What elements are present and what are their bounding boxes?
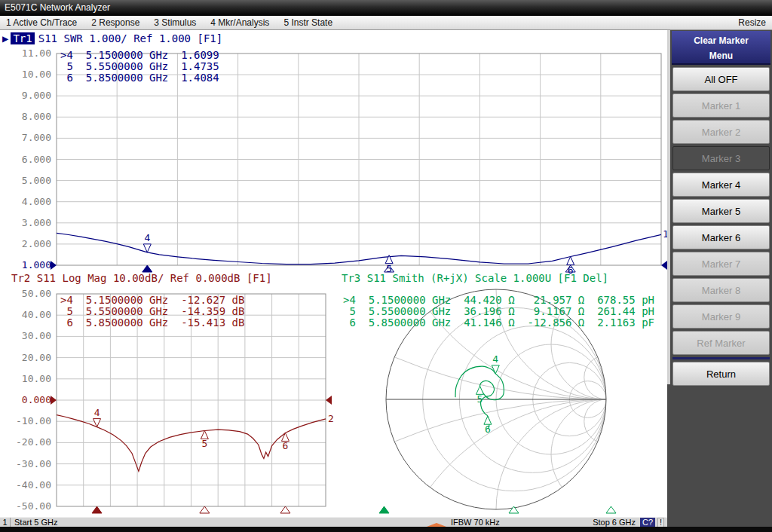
reference-arrow-left (51, 261, 57, 270)
trace1-badge: Tr1 (11, 32, 34, 44)
y-axis-label: 40.00 (5, 309, 51, 320)
y-axis-label: 11.00 (5, 47, 51, 59)
y-axis-label: -20.00 (5, 436, 51, 448)
sidebar-button-all-off[interactable]: All OFF (672, 67, 770, 91)
trace-marker[interactable] (143, 244, 151, 252)
menu-item-resize[interactable]: Resize (738, 17, 766, 28)
softkey-menu-title-line2: Menu (672, 48, 770, 63)
y-axis-label: 9.000 (5, 90, 51, 101)
y-axis-label: 7.000 (5, 132, 51, 143)
y-axis-label: 10.00 (5, 69, 51, 80)
sidebar-button-return[interactable]: Return (672, 362, 770, 386)
reference-arrow-right (661, 261, 667, 270)
reference-arrow-right (326, 396, 332, 405)
sidebar-button-marker-6[interactable]: Marker 6 (672, 225, 770, 249)
marker-readout-row: >4 5.1500000 GHz 44.420 Ω 21.957 Ω 678.5… (343, 295, 654, 306)
y-axis-label: 0.000 (5, 394, 51, 405)
sidebar-button-marker-7: Marker 7 (672, 252, 770, 276)
sidebar-button-marker-9: Marker 9 (672, 304, 770, 329)
trace2-end-label: 2 (328, 413, 334, 424)
y-axis-label: 50.00 (5, 288, 51, 299)
trace1-header[interactable]: ▶Tr1S11 SWR 1.000/ Ref 1.000 [F1] (2, 32, 222, 44)
trace1-title: S11 SWR 1.000/ Ref 1.000 [F1] (38, 32, 222, 44)
trace3-name: Tr3 (342, 272, 360, 284)
trace-marker-number: 5 (201, 438, 207, 449)
status-bar: 1 Start 5 GHz IFBW 70 kHz Stop 6 GHz C? … (0, 517, 667, 527)
y-axis-label: 5.000 (5, 175, 51, 186)
marker-readout-row: 5 5.5500000 GHz 1.4735 (60, 61, 219, 72)
marker-readout-row: 6 5.8500000 GHz 1.4084 (60, 72, 219, 84)
y-axis-label: 20.00 (5, 352, 51, 363)
sidebar-button-ref-marker: Ref Marker (672, 331, 770, 355)
trace-marker-number: 4 (144, 232, 150, 243)
marker-readout-row: >4 5.1500000 GHz -12.627 dB (60, 295, 244, 306)
y-axis-label: 10.00 (5, 373, 51, 384)
stimulus-marker[interactable] (92, 506, 102, 513)
cursor-pointer (427, 523, 446, 527)
y-axis-label: -10.00 (5, 415, 51, 427)
y-axis-label: 3.000 (5, 217, 51, 228)
y-axis-label: 1.000 (5, 259, 51, 271)
marker-readout-row: >4 5.1500000 GHz 1.6099 (60, 50, 219, 61)
stimulus-marker[interactable] (606, 506, 616, 513)
sidebar-button-marker-4[interactable]: Marker 4 (672, 173, 770, 197)
y-axis-label: -30.00 (5, 458, 51, 469)
trace-marker-number: 5 (477, 393, 483, 405)
trace2-header[interactable]: Tr2 S11 Log Mag 10.00dB/ Ref 0.000dB [F1… (11, 272, 272, 284)
softkey-menu-title-line1: Clear Marker (672, 33, 770, 48)
y-axis-label: 2.000 (5, 238, 51, 249)
sidebar-button-marker-5[interactable]: Marker 5 (672, 199, 770, 223)
marker-readout-row: 5 5.5500000 GHz 36.196 Ω 9.1167 Ω 261.44… (343, 306, 654, 317)
softkey-menu-edge (667, 30, 670, 384)
reference-arrow-left (51, 396, 57, 405)
sidebar-button-marker-3[interactable]: Marker 3 (672, 146, 770, 170)
trace-marker-number: 6 (283, 440, 289, 451)
y-axis-label: 8.000 (5, 111, 51, 122)
y-axis-label: 30.00 (5, 330, 51, 341)
bottom-strip (0, 527, 772, 532)
y-axis-label: 6.000 (5, 154, 51, 165)
sidebar-button-marker-1: Marker 1 (672, 93, 770, 118)
trace-marker[interactable] (492, 365, 499, 374)
trace-marker-number: 6 (485, 423, 491, 435)
softkey-menu-title: Clear Marker Menu (672, 31, 770, 65)
y-axis-label: 4.000 (5, 196, 51, 207)
sidebar-button-marker-2: Marker 2 (672, 120, 770, 144)
trace-marker-number: 4 (492, 353, 498, 365)
y-axis-label: -40.00 (5, 479, 51, 491)
sidebar-button-marker-8: Marker 8 (672, 278, 770, 302)
active-trace-arrow-icon: ▶ (2, 32, 8, 44)
stimulus-marker[interactable] (142, 265, 152, 272)
trace2-name: Tr2 (11, 272, 30, 284)
trace2-title: S11 Log Mag 10.00dB/ Ref 0.000dB [F1] (37, 272, 272, 284)
softkey-divider (672, 357, 770, 359)
y-axis-label: -50.00 (5, 500, 51, 512)
softkey-menu: Clear Marker Menu All OFFMarker 1Marker … (667, 30, 772, 532)
marker-readout-row: 6 5.8500000 GHz -15.413 dB (60, 317, 244, 329)
trace-marker-number: 4 (94, 407, 100, 418)
trace3-title: S11 Smith (R+jX) Scale 1.000U [F1 Del] (367, 272, 608, 284)
marker-readout-row: 5 5.5500000 GHz -14.359 dB (60, 306, 244, 317)
trace3-header[interactable]: Tr3 S11 Smith (R+jX) Scale 1.000U [F1 De… (342, 272, 608, 284)
stimulus-marker[interactable] (379, 506, 389, 513)
stimulus-marker[interactable] (200, 506, 210, 513)
stimulus-marker[interactable] (280, 506, 290, 513)
marker-readout-row: 6 5.8500000 GHz 41.146 Ω -12.856 Ω 2.116… (343, 317, 654, 329)
